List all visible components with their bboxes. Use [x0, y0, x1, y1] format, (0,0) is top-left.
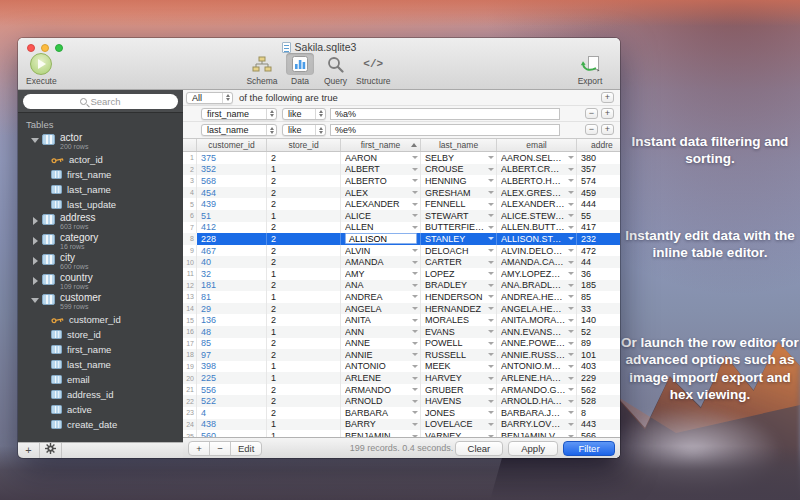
cell-dropdown-icon[interactable] [412, 377, 418, 380]
table-row[interactable]: 2342BARBARAJONESBARBARA.JON…8 [183, 407, 620, 419]
sidebar-table-country[interactable]: country109 rows [18, 272, 183, 292]
cell-address-id[interactable]: 574 [577, 175, 620, 187]
cell-dropdown-icon[interactable] [488, 411, 494, 414]
sidebar-column-store_id[interactable]: store_id [18, 327, 183, 342]
sidebar-column-last_name[interactable]: last_name [18, 182, 183, 197]
cell-first-name[interactable]: ALVIN [341, 245, 421, 257]
cell-dropdown-icon[interactable] [568, 191, 574, 194]
cell-customer-id[interactable]: 97 [197, 349, 267, 361]
table-row[interactable]: 202251ARLENEHARVEYARLENE.HARV…229 [183, 372, 620, 384]
cell-store-id[interactable]: 1 [267, 164, 341, 176]
cell-dropdown-icon[interactable] [488, 203, 494, 206]
cell-dropdown-icon[interactable] [568, 272, 574, 275]
cell-store-id[interactable]: 2 [267, 384, 341, 396]
cell-first-name[interactable]: ALLEN [341, 222, 421, 234]
cell-first-name-editing[interactable]: ALLISON [341, 233, 421, 245]
cell-email[interactable]: ALVIN.DELOAC… [497, 245, 577, 257]
cell-store-id[interactable]: 2 [267, 280, 341, 292]
cell-last-name[interactable]: HERNANDEZ [421, 303, 497, 315]
cell-customer-id[interactable]: 4 [197, 407, 267, 419]
cell-first-name[interactable]: ANTONIO [341, 361, 421, 373]
cell-dropdown-icon[interactable] [412, 319, 418, 322]
cell-dropdown-icon[interactable] [412, 156, 418, 159]
cell-email[interactable]: AARON.SELBY… [497, 152, 577, 164]
cell-dropdown-icon[interactable] [488, 307, 494, 310]
cell-store-id[interactable]: 1 [267, 268, 341, 280]
cell-last-name[interactable]: BUTTERFIELD [421, 222, 497, 234]
cell-store-id[interactable]: 2 [267, 256, 341, 268]
cell-dropdown-icon[interactable] [568, 400, 574, 403]
cell-first-name[interactable]: ARLENE [341, 372, 421, 384]
cell-last-name[interactable]: HENNING [421, 175, 497, 187]
cell-store-id[interactable]: 2 [267, 349, 341, 361]
cell-dropdown-icon[interactable] [488, 249, 494, 252]
cell-dropdown-icon[interactable] [488, 365, 494, 368]
add-row-button[interactable]: + [189, 442, 210, 455]
sidebar-table-customer[interactable]: customer599 rows [18, 292, 183, 312]
cell-last-name[interactable]: CROUSE [421, 164, 497, 176]
cell-dropdown-icon[interactable] [568, 237, 574, 240]
cell-last-name[interactable]: GRESHAM [421, 187, 497, 199]
cell-first-name[interactable]: ALEX [341, 187, 421, 199]
cell-store-id[interactable]: 2 [267, 198, 341, 210]
cell-email[interactable]: ANNE.POWELL… [497, 338, 577, 350]
column-header-last-name[interactable]: last_name [421, 139, 497, 151]
cell-store-id[interactable]: 1 [267, 291, 341, 303]
cell-last-name[interactable]: RUSSELL [421, 349, 497, 361]
cell-dropdown-icon[interactable] [412, 342, 418, 345]
cell-last-name[interactable]: LOVELACE [421, 419, 497, 431]
cell-dropdown-icon[interactable] [568, 353, 574, 356]
cell-dropdown-icon[interactable] [568, 203, 574, 206]
sidebar-column-active[interactable]: active [18, 402, 183, 417]
table-row[interactable]: 18972ANNIERUSSELLANNIE.RUSSEL…101 [183, 349, 620, 361]
cell-dropdown-icon[interactable] [488, 353, 494, 356]
cell-email[interactable]: ARLENE.HARV… [497, 372, 577, 384]
cell-dropdown-icon[interactable] [568, 295, 574, 298]
cell-first-name[interactable]: ALBERT [341, 164, 421, 176]
cell-dropdown-icon[interactable] [412, 226, 418, 229]
cell-address-id[interactable]: 36 [577, 268, 620, 280]
cell-dropdown-icon[interactable] [412, 423, 418, 426]
sidebar-column-email[interactable]: email [18, 372, 183, 387]
cell-dropdown-icon[interactable] [412, 214, 418, 217]
cell-customer-id[interactable]: 352 [197, 164, 267, 176]
cell-dropdown-icon[interactable] [568, 423, 574, 426]
cell-dropdown-icon[interactable] [568, 388, 574, 391]
table-row[interactable]: 23521ALBERTCROUSEALBERT.CROU…357 [183, 164, 620, 176]
operator-popup[interactable]: like [282, 124, 326, 136]
sidebar-column-customer_id[interactable]: customer_id [18, 312, 183, 327]
table-row[interactable]: 14292ANGELAHERNANDEZANGELA.HERN…33 [183, 303, 620, 315]
cell-customer-id[interactable]: 32 [197, 268, 267, 280]
cell-first-name[interactable]: BARRY [341, 419, 421, 431]
cell-dropdown-icon[interactable] [412, 249, 418, 252]
table-row[interactable]: 215562ARMANDOGRUBERARMANDO.GR…562 [183, 384, 620, 396]
table-row[interactable]: 44542ALEXGRESHAMALEX.GRESHA…459 [183, 187, 620, 199]
cell-dropdown-icon[interactable] [488, 377, 494, 380]
match-popup[interactable]: All [186, 92, 233, 104]
cell-dropdown-icon[interactable] [488, 388, 494, 391]
table-row[interactable]: 121812ANABRADLEYANA.BRADLEY…185 [183, 280, 620, 292]
cell-customer-id[interactable]: 81 [197, 291, 267, 303]
cell-last-name[interactable]: POWELL [421, 338, 497, 350]
cell-store-id[interactable]: 2 [267, 314, 341, 326]
cell-first-name[interactable]: ANGELA [341, 303, 421, 315]
table-row[interactable]: 193981ANTONIOMEEKANTONIO.MEE…403 [183, 361, 620, 373]
cell-first-name[interactable]: ANITA [341, 314, 421, 326]
cell-dropdown-icon[interactable] [412, 365, 418, 368]
cell-store-id[interactable]: 2 [267, 152, 341, 164]
table-row[interactable]: 17852ANNEPOWELLANNE.POWELL…89 [183, 338, 620, 350]
cell-customer-id[interactable]: 522 [197, 395, 267, 407]
cell-email[interactable]: ARMANDO.GR… [497, 384, 577, 396]
cell-email[interactable]: BENJAMIN.VAR… [497, 430, 577, 437]
cell-customer-id[interactable]: 181 [197, 280, 267, 292]
cell-first-name[interactable]: AARON [341, 152, 421, 164]
cell-store-id[interactable]: 1 [267, 372, 341, 384]
cell-email[interactable]: ALBERT.CROU… [497, 164, 577, 176]
cell-address-id[interactable]: 85 [577, 291, 620, 303]
cell-last-name[interactable]: BRADLEY [421, 280, 497, 292]
cell-store-id[interactable]: 1 [267, 210, 341, 222]
cell-first-name[interactable]: ANDREA [341, 291, 421, 303]
cell-dropdown-icon[interactable] [568, 411, 574, 414]
cell-email[interactable]: ALICE.STEWAR… [497, 210, 577, 222]
cell-dropdown-icon[interactable] [488, 342, 494, 345]
